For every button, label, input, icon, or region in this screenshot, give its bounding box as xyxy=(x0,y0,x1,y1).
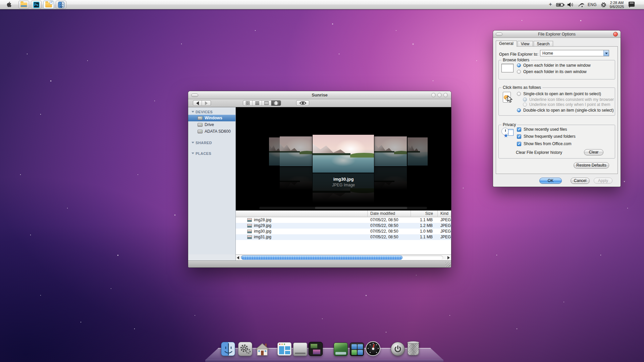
coverflow-area[interactable]: img30.jpg JPEG Image xyxy=(236,107,451,210)
apple-menu[interactable] xyxy=(5,2,12,8)
file-row-img30[interactable]: img30.jpg 07/05/22, 08:50 1.0 MB JPEG xyxy=(236,229,451,234)
minimize-button[interactable] xyxy=(437,93,442,97)
dock-desktop-nature-icon[interactable] xyxy=(334,343,348,356)
mouse-cursor xyxy=(507,95,513,103)
scroll-right-arrow[interactable] xyxy=(447,256,450,259)
taskbar-finder-button[interactable] xyxy=(56,1,66,9)
file-row-img31[interactable]: img31.jpg 07/05/22, 08:50 1.1 MB JPEG xyxy=(236,234,451,240)
dock-dashboard-gauge-icon[interactable] xyxy=(366,341,380,356)
dropdown-arrow-icon[interactable] xyxy=(603,50,609,56)
option-own-window[interactable]: Open each folder in its own window xyxy=(517,69,587,74)
browse-folders-legend: Browse folders xyxy=(501,58,531,62)
checkbox-show-frequent[interactable]: Show frequently used folders xyxy=(517,134,576,139)
option-single-click[interactable]: Single-click to open an item (point to s… xyxy=(517,92,601,96)
browse-folders-group: Browse folders Open each folder in the s… xyxy=(498,60,615,79)
dock-finder-icon[interactable] xyxy=(221,342,235,356)
close-button[interactable] xyxy=(431,93,436,97)
zoom-button[interactable] xyxy=(443,93,448,97)
clock[interactable]: 2:28 AM 9/6/2025 xyxy=(606,1,627,9)
column-header-kind[interactable]: Kind xyxy=(438,210,451,217)
radio-icon[interactable] xyxy=(517,92,521,96)
dock-window-manager-icon[interactable] xyxy=(277,342,291,356)
language-indicator[interactable]: ENG xyxy=(588,2,597,7)
taskbar-photoshop-button[interactable]: Ps xyxy=(31,1,42,9)
finder-content: img30.jpg JPEG Image Date modified Size … xyxy=(236,107,451,260)
column-view-button[interactable] xyxy=(262,101,271,106)
sidebar-item-windows[interactable]: Windows xyxy=(188,115,235,121)
notification-icon[interactable] xyxy=(629,2,635,7)
option-double-click[interactable]: Double-click to open an item (single-cli… xyxy=(517,108,613,113)
coverflow-scrollbar[interactable] xyxy=(259,207,427,209)
option-underline-point: Underline icon titles only when I point … xyxy=(523,102,610,107)
file-row-img29[interactable]: img29.jpg 07/05/22, 08:50 1.2 MB JPEG xyxy=(236,223,451,229)
checkbox-checked-icon[interactable] xyxy=(517,127,521,132)
open-to-dropdown[interactable]: Home xyxy=(540,50,609,56)
click-items-group: Click items as follows Single-click to o… xyxy=(498,87,615,116)
sidebar-section-places[interactable]: PLACES xyxy=(192,152,235,156)
checkbox-show-recent[interactable]: Show recently used files xyxy=(517,127,567,132)
column-header-date-modified[interactable]: Date modified xyxy=(368,210,411,217)
column-header-size[interactable]: Size xyxy=(411,210,438,217)
ok-button[interactable]: OK xyxy=(539,178,562,184)
coverflow-scrollbar-thumb[interactable] xyxy=(315,207,407,209)
disclosure-triangle-icon xyxy=(192,153,194,156)
plus-icon[interactable]: + xyxy=(549,1,552,8)
scrollbar-thumb[interactable] xyxy=(241,255,402,260)
apply-button[interactable]: Apply xyxy=(594,178,612,184)
sidebar-section-shared[interactable]: SHARED xyxy=(192,141,235,145)
horizontal-scrollbar[interactable] xyxy=(236,254,451,260)
forward-button[interactable] xyxy=(202,101,211,106)
file-date: 07/05/22, 08:50 xyxy=(370,217,398,223)
browse-folders-icon xyxy=(501,64,514,72)
taskbar-explorer-window-button[interactable]: ✓ xyxy=(43,1,54,9)
dialog-titlebar[interactable]: File Explorer Options xyxy=(493,31,621,38)
dock-system-preferences-icon[interactable] xyxy=(238,342,252,356)
cancel-button[interactable]: Cancel xyxy=(571,178,590,184)
battery-icon[interactable] xyxy=(556,2,565,8)
coverflow-file-kind: JPEG Image xyxy=(236,183,451,187)
list-view-button[interactable] xyxy=(253,101,262,106)
radio-icon[interactable] xyxy=(517,70,521,74)
checkbox-checked-icon[interactable] xyxy=(517,134,521,139)
tab-search[interactable]: Search xyxy=(534,41,553,46)
resize-grip[interactable] xyxy=(445,262,450,267)
checkbox-checked-icon[interactable] xyxy=(517,142,521,146)
sidebar-item-drive[interactable]: Drive xyxy=(188,121,235,128)
tab-view[interactable]: View xyxy=(518,41,533,46)
dock-app-tiles-icon[interactable] xyxy=(350,343,364,356)
privacy-icon: ★ xyxy=(501,128,514,140)
privacy-legend: Privacy xyxy=(501,122,517,127)
settings-gear-icon[interactable] xyxy=(600,2,607,9)
taskbar-file-explorer-button[interactable] xyxy=(18,1,29,9)
dock-power-icon[interactable] xyxy=(391,342,405,356)
wifi-icon[interactable] xyxy=(578,2,585,9)
dock-media-gallery-icon[interactable] xyxy=(309,342,323,356)
icon-view-button[interactable] xyxy=(243,101,253,106)
back-button[interactable] xyxy=(193,101,202,106)
dock-trash-icon[interactable] xyxy=(408,342,419,355)
quick-look-button[interactable] xyxy=(296,100,309,106)
restore-defaults-button[interactable]: Restore Defaults xyxy=(574,162,609,168)
option-same-window[interactable]: Open each folder in the same window xyxy=(517,63,591,68)
coverflow-item-right[interactable] xyxy=(374,136,407,166)
coverflow-view-button[interactable] xyxy=(271,101,281,106)
sidebar-section-devices[interactable]: DEVICES xyxy=(192,110,235,114)
coverflow-item-left[interactable] xyxy=(280,136,312,166)
coverflow-item-far-right[interactable] xyxy=(408,137,428,166)
volume-icon[interactable] xyxy=(567,2,574,9)
checkbox-show-office[interactable]: Show files from Office.com xyxy=(517,141,572,146)
column-header-name[interactable] xyxy=(236,210,368,217)
checkbox-label: Show recently used files xyxy=(524,127,567,132)
dialog-close-button[interactable] xyxy=(613,32,618,37)
radio-selected-icon[interactable] xyxy=(517,108,521,112)
dock-hard-drive-icon[interactable] xyxy=(293,343,307,356)
file-row-img28[interactable]: img28.jpg 07/05/22, 08:50 1.1 MB JPEG xyxy=(236,217,451,223)
scroll-left-arrow[interactable] xyxy=(237,256,239,259)
radio-selected-icon[interactable] xyxy=(517,63,521,67)
clear-button[interactable]: Clear xyxy=(584,149,603,155)
coverflow-item-selected[interactable] xyxy=(313,135,374,173)
tab-general[interactable]: General xyxy=(496,41,517,47)
sidebar-item-adata-sd600[interactable]: ADATA SD600 xyxy=(188,128,235,135)
dock-home-icon[interactable] xyxy=(255,343,270,357)
finder-titlebar[interactable]: Sunrise xyxy=(188,91,451,99)
